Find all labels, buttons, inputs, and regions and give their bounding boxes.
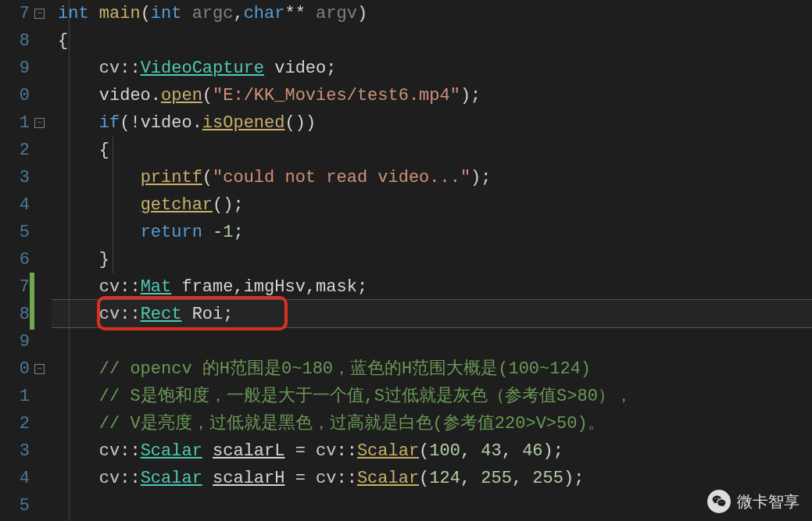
function-name: main bbox=[99, 4, 141, 23]
annotation-box bbox=[97, 296, 288, 330]
type-name: VideoCapture bbox=[141, 59, 264, 78]
line-number: 5 bbox=[6, 219, 30, 246]
code-line[interactable] bbox=[52, 492, 812, 519]
code-line[interactable]: { bbox=[52, 137, 812, 164]
wechat-icon bbox=[707, 490, 731, 513]
line-number: 9 bbox=[6, 328, 30, 355]
line-number: 8 bbox=[6, 27, 30, 55]
fold-gutter bbox=[30, 0, 52, 521]
keyword: int bbox=[58, 4, 89, 23]
line-number: 3 bbox=[6, 164, 30, 191]
watermark-text: 微卡智享 bbox=[737, 491, 799, 512]
line-number: 2 bbox=[6, 137, 30, 164]
method-name: isOpened bbox=[202, 113, 285, 133]
code-line[interactable]: { bbox=[52, 27, 812, 55]
code-line[interactable]: return -1; bbox=[52, 219, 812, 246]
line-number: 5 bbox=[6, 492, 30, 519]
line-number: 8 bbox=[6, 301, 30, 328]
code-line[interactable] bbox=[52, 328, 812, 355]
line-number: 1 bbox=[6, 383, 30, 410]
code-editor[interactable]: 7 8 9 0 1 2 3 4 5 6 7 8 9 0 1 2 3 4 5 6 … bbox=[0, 0, 812, 521]
comment: // V是亮度，过低就是黑色，过高就是白色(参考值220>V>50)。 bbox=[99, 414, 605, 434]
line-number: 6 bbox=[6, 246, 30, 273]
function-name: printf bbox=[141, 168, 202, 187]
code-line[interactable]: // opencv 的H范围是0~180，蓝色的H范围大概是(100~124) bbox=[52, 355, 812, 383]
line-number: 3 bbox=[6, 437, 30, 465]
method-name: open bbox=[161, 86, 202, 105]
watermark: 微卡智享 bbox=[707, 490, 799, 513]
line-number: 0 bbox=[6, 82, 30, 109]
code-line[interactable]: getchar(); bbox=[52, 191, 812, 219]
comment: // opencv 的H范围是0~180，蓝色的H范围大概是(100~124) bbox=[99, 359, 591, 379]
code-line[interactable]: cv::Scalar scalarH = cv::Scalar(124, 255… bbox=[52, 465, 812, 492]
code-line[interactable]: video.open("E:/KK_Movies/test6.mp4"); bbox=[52, 82, 812, 109]
line-number: 7 bbox=[6, 273, 30, 301]
line-number: 4 bbox=[6, 465, 30, 492]
code-line[interactable]: cv::Scalar scalarL = cv::Scalar(100, 43,… bbox=[52, 437, 812, 465]
code-line[interactable]: // S是饱和度，一般是大于一个值,S过低就是灰色（参考值S>80）， bbox=[52, 383, 812, 410]
fold-toggle-icon[interactable] bbox=[34, 9, 45, 19]
type-name: Scalar bbox=[141, 441, 202, 461]
line-number: 1 bbox=[6, 109, 30, 137]
line-number: 7 bbox=[6, 0, 30, 27]
code-line[interactable]: if(!video.isOpened()) bbox=[52, 109, 812, 137]
fold-toggle-icon[interactable] bbox=[34, 118, 45, 128]
indent-guide bbox=[69, 0, 70, 521]
code-line[interactable]: int main(int argc,char** argv) bbox=[52, 0, 812, 27]
string-literal: "could not read video..." bbox=[213, 168, 470, 187]
string-literal: "E:/KK_Movies/test6.mp4" bbox=[213, 86, 460, 105]
line-number: 0 bbox=[6, 355, 30, 383]
line-number: 9 bbox=[6, 55, 30, 82]
code-line[interactable]: printf("could not read video..."); bbox=[52, 164, 812, 191]
type-name: Scalar bbox=[141, 469, 202, 488]
line-number-gutter: 7 8 9 0 1 2 3 4 5 6 7 8 9 0 1 2 3 4 5 6 bbox=[0, 0, 30, 521]
line-number: 2 bbox=[6, 410, 30, 437]
line-number: 4 bbox=[6, 191, 30, 219]
code-line[interactable]: // V是亮度，过低就是黑色，过高就是白色(参考值220>V>50)。 bbox=[52, 410, 812, 437]
code-content[interactable]: int main(int argc,char** argv) { cv::Vid… bbox=[52, 0, 812, 521]
change-marker bbox=[30, 273, 34, 330]
comment: // S是饱和度，一般是大于一个值,S过低就是灰色（参考值S>80）， bbox=[99, 387, 632, 406]
type-name: Mat bbox=[141, 277, 172, 297]
code-line[interactable]: cv::VideoCapture video; bbox=[52, 55, 812, 82]
function-name: getchar bbox=[141, 195, 213, 215]
fold-toggle-icon[interactable] bbox=[34, 364, 45, 374]
indent-guide bbox=[113, 137, 113, 273]
code-line[interactable]: } bbox=[52, 246, 812, 273]
